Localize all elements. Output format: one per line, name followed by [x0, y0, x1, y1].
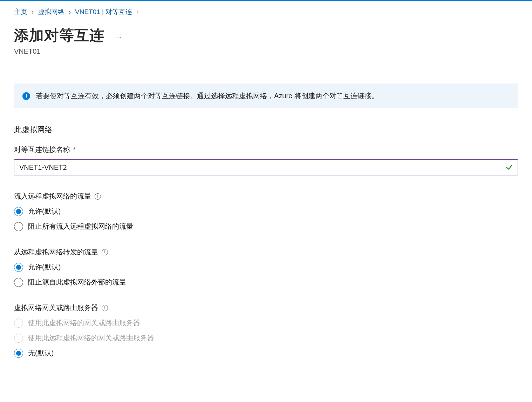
info-banner: i 若要使对等互连有效，必须创建两个对等互连链接。通过选择远程虚拟网络，Azur…: [14, 83, 518, 108]
chevron-right-icon: ›: [32, 8, 34, 16]
gateway-label-text: 虚拟网络网关或路由服务器: [14, 303, 98, 313]
forwarded-traffic-label-text: 从远程虚拟网络转发的流量: [14, 247, 98, 257]
breadcrumb-peering[interactable]: VNET01 | 对等互连: [75, 7, 132, 16]
radio-allow[interactable]: [14, 207, 23, 216]
more-actions-button[interactable]: ···: [115, 33, 121, 42]
radio-use-remote: [14, 334, 23, 343]
breadcrumb-home[interactable]: 主页: [14, 7, 27, 16]
info-icon: i: [22, 92, 30, 100]
radio-allow-label: 允许(默认): [28, 207, 61, 216]
link-name-label-text: 对等互连链接名称: [14, 145, 70, 154]
check-icon: [505, 163, 513, 171]
traffic-to-remote-label: 流入远程虚拟网络的流量 i: [14, 192, 518, 201]
info-icon[interactable]: i: [95, 193, 101, 200]
page-content: 主页 › 虚拟网络 › VNET01 | 对等互连 › 添加对等互连 ··· V…: [0, 1, 532, 379]
radio-none[interactable]: [14, 349, 23, 358]
traffic-to-remote-block-row[interactable]: 阻止所有流入远程虚拟网络的流量: [14, 222, 518, 231]
title-row: 添加对等互连 ···: [14, 26, 518, 45]
breadcrumb-vnets[interactable]: 虚拟网络: [38, 7, 64, 16]
forwarded-traffic-block-row[interactable]: 阻止源自此虚拟网络外部的流量: [14, 277, 518, 287]
forwarded-traffic-allow-row[interactable]: 允许(默认): [14, 262, 518, 272]
chevron-right-icon: ›: [69, 8, 71, 16]
gateway-use-this-row: 使用此虚拟网络的网关或路由服务器: [14, 318, 518, 328]
gateway-use-remote-row: 使用此远程虚拟网络的网关或路由服务器: [14, 333, 518, 343]
link-name-input-wrap: [14, 159, 518, 175]
radio-block[interactable]: [14, 222, 23, 231]
traffic-to-remote-label-text: 流入远程虚拟网络的流量: [14, 192, 91, 201]
radio-use-this: [14, 319, 23, 328]
radio-none-label: 无(默认): [28, 348, 54, 358]
info-icon[interactable]: i: [102, 249, 108, 255]
radio-use-this-label: 使用此虚拟网络的网关或路由服务器: [28, 318, 140, 328]
radio-block-label: 阻止所有流入远程虚拟网络的流量: [28, 222, 133, 231]
info-banner-text: 若要使对等互连有效，必须创建两个对等互连链接。通过选择远程虚拟网络，Azure …: [36, 91, 378, 101]
radio-allow-label: 允许(默认): [28, 262, 61, 272]
info-icon[interactable]: i: [102, 305, 108, 311]
required-indicator: *: [73, 146, 76, 154]
radio-block[interactable]: [14, 278, 23, 287]
page-subtitle: VNET01: [14, 47, 518, 55]
link-name-label: 对等互连链接名称 *: [14, 145, 518, 154]
page-title: 添加对等互连: [14, 26, 104, 45]
radio-use-remote-label: 使用此远程虚拟网络的网关或路由服务器: [28, 333, 154, 343]
traffic-to-remote-allow-row[interactable]: 允许(默认): [14, 207, 518, 216]
gateway-none-row[interactable]: 无(默认): [14, 348, 518, 358]
forwarded-traffic-label: 从远程虚拟网络转发的流量 i: [14, 247, 518, 257]
section-this-vnet-title: 此虚拟网络: [14, 125, 518, 135]
chevron-right-icon: ›: [136, 8, 138, 16]
breadcrumb: 主页 › 虚拟网络 › VNET01 | 对等互连 ›: [14, 1, 518, 19]
radio-block-label: 阻止源自此虚拟网络外部的流量: [28, 277, 126, 287]
gateway-label: 虚拟网络网关或路由服务器 i: [14, 303, 518, 313]
link-name-input[interactable]: [14, 159, 518, 175]
radio-allow[interactable]: [14, 263, 23, 272]
